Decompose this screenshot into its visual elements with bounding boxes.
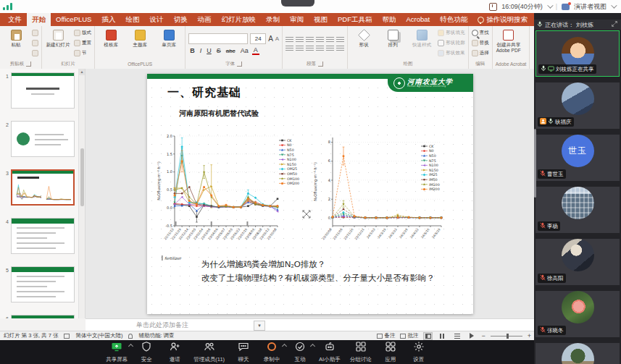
font-style-S-button[interactable]: S — [215, 47, 222, 54]
line-spacing-icon[interactable] — [326, 37, 334, 43]
text-direction-icon[interactable] — [336, 37, 344, 43]
toolbar-chat-button[interactable]: 聊天 — [234, 341, 253, 363]
ribbon-button-形状[interactable]: 形状 — [351, 28, 377, 48]
ribbon-button-创建并共享 Adobe PDF[interactable]: 创建并共享 Adobe PDF — [496, 28, 522, 53]
zoom-out-button[interactable] — [481, 332, 485, 339]
accessibility-status[interactable]: 辅助功能: 调查 — [138, 332, 174, 339]
toolbar-members-button[interactable]: 管理成员(11) — [193, 341, 225, 363]
meeting-topbar-pill[interactable] — [281, 0, 314, 7]
expand-panel-icon[interactable] — [611, 20, 618, 29]
bullets-icon[interactable] — [286, 37, 293, 43]
font-style-Aa-button[interactable]: Aa — [239, 47, 250, 54]
n2o-flux-chart-2022-2023[interactable]: -0.50.00.51.01.52.022/11/1322/11/2922/12… — [156, 129, 309, 263]
ribbon-button-形状效果[interactable]: 形状效果 — [438, 48, 464, 58]
panel-scrollbar[interactable] — [534, 129, 536, 198]
ribbon-button-形状轮廓[interactable]: 形状轮廓 — [438, 38, 464, 48]
ribbon-tab-PDF工具箱[interactable]: PDF工具箱 — [333, 13, 378, 26]
font-style-I-button[interactable]: I — [199, 47, 204, 54]
ribbon-tab-OfficePLUS[interactable]: OfficePLUS — [51, 13, 96, 26]
ribbon-tab-帮助[interactable]: 帮助 — [377, 13, 401, 26]
zoom-slider-thumb[interactable] — [507, 334, 509, 339]
ribbon-tab-动画[interactable]: 动画 — [192, 13, 216, 26]
ribbon-tab-开始[interactable]: 开始 — [27, 13, 51, 26]
toolbar-interact-button[interactable]: 互动 — [291, 341, 309, 363]
slide-thumbnail-6[interactable]: 6 — [0, 315, 85, 318]
font-style-A-button[interactable]: A — [252, 46, 259, 55]
ribbon-tab-视图[interactable]: 视图 — [309, 13, 333, 26]
ribbon-button-重置[interactable]: 重置 — [74, 38, 91, 48]
numbering-icon[interactable] — [296, 37, 304, 43]
ribbon-tab-切换[interactable]: 切换 — [168, 13, 192, 26]
ribbon-button-主题库[interactable]: 主题库 — [127, 28, 153, 48]
font-name-box[interactable] — [188, 33, 248, 44]
slide-thumbnail-4[interactable]: 4 — [0, 218, 85, 254]
ribbon-button-format-painter[interactable] — [32, 48, 38, 58]
slide-thumbnail-5[interactable]: 5 — [0, 266, 85, 302]
toolbar-settings-button[interactable]: 设置 — [409, 341, 428, 363]
ribbon-button-cut[interactable] — [32, 28, 38, 38]
comments-button[interactable]: 批注 — [400, 332, 418, 339]
ribbon-button-单页库[interactable]: 单页库 — [156, 28, 182, 48]
ribbon-button-形状填充[interactable]: 形状填充 — [438, 28, 464, 38]
ribbon-tab-绘图[interactable]: 绘图 — [120, 13, 144, 26]
notes-button[interactable]: 备注 — [377, 332, 395, 339]
participant-tile-林长青[interactable]: 林长青 — [535, 343, 620, 364]
notes-collapse-button[interactable] — [254, 321, 265, 331]
ribbon-button-新建幻灯片[interactable]: 新建幻灯片 — [45, 28, 71, 48]
ribbon-button-模板库[interactable]: 模板库 — [98, 28, 124, 48]
slide-thumbnail-2[interactable]: 2 — [0, 121, 85, 157]
toolbar-ai-button[interactable]: AI小助手 — [319, 341, 341, 363]
ribbon-button-快速样式[interactable]: 快速样式 — [409, 28, 435, 48]
columns-icon[interactable] — [326, 46, 334, 52]
ribbon-button-选择[interactable]: 选择 — [472, 48, 489, 58]
slide-canvas[interactable]: 河南农业大学 Henan Agricultural University 一、研… — [147, 74, 473, 314]
language-status[interactable]: 简体中文(中国大陆) — [75, 332, 122, 339]
scroll-up-icon[interactable]: ▲ — [79, 69, 85, 75]
participant-tile-耿福庆[interactable]: 耿福庆 — [535, 82, 620, 129]
ribbon-tab-Acrobat[interactable]: Acrobat — [401, 13, 435, 26]
font-style-U-button[interactable]: U — [205, 47, 213, 54]
font-style-abc-button[interactable]: abc — [225, 48, 237, 54]
ribbon-tab-设计[interactable]: 设计 — [144, 13, 168, 26]
dialog-launcher-icon[interactable] — [318, 62, 323, 67]
align-right-icon[interactable] — [306, 46, 314, 52]
ribbon-tab-插入[interactable]: 插入 — [96, 13, 120, 26]
shrink-font-icon[interactable]: A — [275, 35, 279, 42]
ribbon-tab-文件[interactable]: 文件 — [3, 13, 27, 26]
line-options-icon[interactable] — [336, 46, 344, 52]
ribbon-button-替换[interactable]: 替换 — [472, 38, 489, 48]
grow-font-icon[interactable]: A — [268, 35, 273, 43]
participant-tile-张晓冬[interactable]: 张晓冬 — [535, 291, 620, 337]
indent-decrease-icon[interactable] — [306, 37, 314, 43]
ribbon-button-查找[interactable]: 查找 — [472, 28, 489, 38]
font-size-box[interactable]: 24 — [250, 33, 266, 44]
view-mode-button[interactable]: 演讲者视图 — [574, 2, 607, 12]
normal-view-button[interactable] — [423, 332, 433, 340]
notes-pane[interactable]: 单击此处添加备注 — [86, 318, 534, 331]
participant-tile-曹世玉[interactable]: 世玉曹世玉 — [535, 135, 620, 181]
toolbar-shield-button[interactable]: 安全 — [137, 341, 156, 363]
toolbar-apps-button[interactable]: 应用 — [381, 341, 400, 363]
toolbar-invite-button[interactable]: 邀请 — [165, 341, 184, 363]
display-settings-icon[interactable] — [64, 334, 70, 339]
zoom-in-button[interactable] — [528, 332, 531, 339]
ribbon-tab-特色功能[interactable]: 特色功能 — [435, 13, 472, 26]
justify-icon[interactable] — [316, 46, 324, 52]
ribbon-button-copy[interactable] — [32, 38, 38, 48]
tell-me-search[interactable]: 操作说明搜索 — [472, 13, 533, 26]
slide-thumbnail-3[interactable]: 3 — [0, 169, 85, 206]
dialog-launcher-icon[interactable] — [237, 62, 242, 67]
thumbnail-scrollbar[interactable]: ▲ — [78, 69, 85, 318]
slideshow-view-button[interactable] — [467, 332, 476, 340]
ribbon-button-排列[interactable]: 排列 — [380, 28, 406, 48]
dialog-launcher-icon[interactable] — [26, 62, 31, 67]
participant-tile-刘枝炼正在共享[interactable]: 刘枝炼正在共享 — [535, 30, 620, 77]
ribbon-tab-幻灯片放映[interactable]: 幻灯片放映 — [216, 13, 261, 26]
align-left-icon[interactable] — [286, 46, 293, 52]
ribbon-button-节[interactable]: 节 — [74, 48, 91, 58]
ribbon-button-粘贴[interactable]: 粘贴 — [3, 28, 29, 48]
n2o-flux-chart-2023-2024[interactable]: 0246823/10/0823/11/0623/11/2023/12/2124/… — [312, 129, 470, 268]
align-center-icon[interactable] — [296, 46, 304, 52]
ribbon-tab-录制[interactable]: 录制 — [261, 13, 285, 26]
zoom-slider[interactable] — [491, 336, 522, 337]
